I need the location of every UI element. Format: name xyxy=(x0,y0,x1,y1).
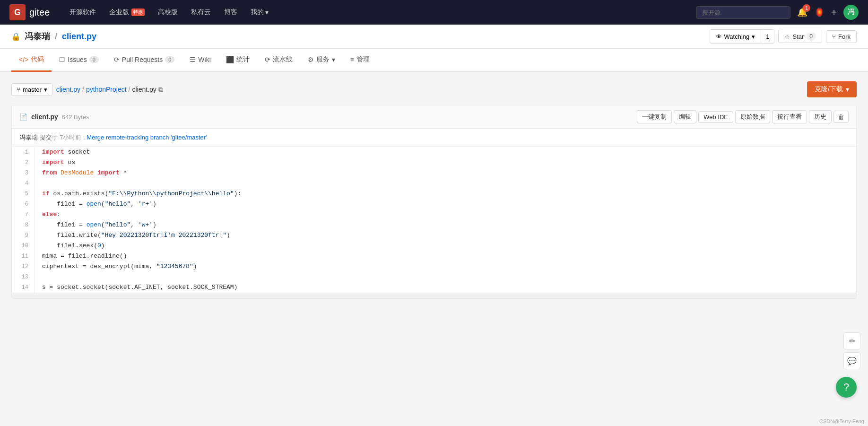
logo-icon: G xyxy=(9,4,26,20)
chevron-down-icon: ▾ xyxy=(265,9,269,16)
tab-manage[interactable]: ≡ 管理 xyxy=(343,49,377,72)
fork-button[interactable]: ⑂ Fork xyxy=(826,30,857,43)
tab-wiki[interactable]: ☰ Wiki xyxy=(182,49,218,71)
file-size: 642 Bytes xyxy=(62,113,89,121)
nav-mine[interactable]: 我的 ▾ xyxy=(250,8,269,17)
tab-stats[interactable]: ⬛ 统计 xyxy=(218,49,257,72)
line-code: file1 = open("hello", 'w+') xyxy=(35,220,164,230)
tab-code-label: 代码 xyxy=(31,55,44,64)
commit-author[interactable]: 冯泰瑞 xyxy=(19,134,38,141)
pr-tab-icon: ⟳ xyxy=(114,56,120,63)
code-line: 12ciphertext = des_encrypt(mima, "123456… xyxy=(12,261,856,272)
tab-issues-label: Issues xyxy=(68,56,87,63)
eye-icon: 👁 xyxy=(716,33,722,40)
search-input[interactable] xyxy=(696,6,790,19)
tab-services[interactable]: ⚙ 服务 ▾ xyxy=(300,49,343,72)
nav-enterprise[interactable]: 企业版 特惠 xyxy=(108,8,146,17)
chevron-down-icon: ▾ xyxy=(752,33,755,40)
code-line: 13 xyxy=(12,272,856,282)
breadcrumb-sep-2: / xyxy=(129,86,130,93)
tab-issues[interactable]: ☐ Issues 0 xyxy=(52,49,106,71)
notification-bell[interactable]: 🔔 1 xyxy=(797,7,807,17)
help-button[interactable]: ? xyxy=(836,377,857,398)
nav-blog[interactable]: 博客 xyxy=(223,8,238,17)
branch-selector[interactable]: ⑂ master ▾ xyxy=(11,83,52,96)
logo-area[interactable]: G gitee xyxy=(9,4,50,20)
logo-text: gitee xyxy=(29,7,50,18)
code-line: 5if os.path.exists("E:\\Python\\pythonPr… xyxy=(12,189,856,199)
nav-university[interactable]: 高校版 xyxy=(157,8,179,17)
breadcrumb-root[interactable]: client.py xyxy=(56,86,80,93)
fork-icon: ⑂ xyxy=(832,33,836,40)
tab-code[interactable]: </> 代码 xyxy=(11,49,52,72)
delete-icon[interactable]: 🗑 xyxy=(833,111,849,123)
issues-badge: 0 xyxy=(89,56,99,63)
notification-count: 1 xyxy=(803,4,810,12)
line-code: else: xyxy=(35,209,68,220)
code-line: 4 xyxy=(12,178,856,189)
branch-chevron-icon: ▾ xyxy=(44,86,47,93)
pr-badge: 0 xyxy=(165,56,174,63)
line-number: 5 xyxy=(12,189,35,199)
history-button[interactable]: 历史 xyxy=(809,110,832,123)
path-bar: ⑂ master ▾ client.py / pythonProject / c… xyxy=(11,81,857,97)
tab-pr-label: Pull Requests xyxy=(122,56,163,63)
commit-message[interactable]: Merge remote-tracking branch 'gitee/mast… xyxy=(87,134,207,141)
line-number: 1 xyxy=(12,147,35,157)
file-box: 📄 client.py 642 Bytes 一键复制 编辑 Web IDE 原始… xyxy=(11,105,857,299)
star-label: Star xyxy=(792,33,804,40)
nav-private-cloud[interactable]: 私有云 xyxy=(190,8,212,17)
line-code: file1.write("Hey 20221320ftr!I'm 2022132… xyxy=(35,230,238,241)
repo-name[interactable]: client.py xyxy=(62,32,96,42)
tab-pipeline[interactable]: ⟳ 流水线 xyxy=(257,49,300,72)
add-icon[interactable]: + xyxy=(831,7,837,18)
line-code: file1 = open("hello", 'r+') xyxy=(35,199,164,209)
pipeline-tab-icon: ⟳ xyxy=(265,56,270,63)
code-line: 1import socket xyxy=(12,147,856,157)
tab-manage-label: 管理 xyxy=(356,55,370,64)
tab-services-label: 服务 xyxy=(316,55,330,64)
nav-right: 🔔 1 🏮 + 冯 xyxy=(696,5,859,20)
file-actions: 一键复制 编辑 Web IDE 原始数据 按行查看 历史 🗑 xyxy=(637,110,849,123)
line-number: 9 xyxy=(12,230,35,241)
line-code: file1.seek(0) xyxy=(35,241,113,251)
line-code: import os xyxy=(35,157,83,168)
services-tab-icon: ⚙ xyxy=(308,56,314,63)
line-code: import socket xyxy=(35,147,97,157)
watch-main[interactable]: 👁 Watching ▾ xyxy=(710,31,761,43)
edit-side-button[interactable]: ✏ xyxy=(843,332,860,349)
fork-label: Fork xyxy=(838,33,851,40)
watch-button[interactable]: 👁 Watching ▾ 1 xyxy=(710,29,775,43)
services-chevron-icon: ▾ xyxy=(332,56,335,63)
copy-one-click-button[interactable]: 一键复制 xyxy=(637,110,672,123)
star-button[interactable]: ☆ Star 0 xyxy=(778,30,822,43)
reward-icon[interactable]: 🏮 xyxy=(814,7,825,17)
clone-download-button[interactable]: 克隆/下载 ▾ xyxy=(807,81,857,97)
repo-owner[interactable]: 冯泰瑞 xyxy=(25,31,50,42)
bottom-scrollbar[interactable] xyxy=(12,293,856,298)
path-left: ⑂ master ▾ client.py / pythonProject / c… xyxy=(11,83,163,96)
tab-pull-requests[interactable]: ⟳ Pull Requests 0 xyxy=(106,49,182,71)
breadcrumb-dir[interactable]: pythonProject xyxy=(86,86,127,93)
line-number: 6 xyxy=(12,199,35,209)
line-number: 4 xyxy=(12,178,35,189)
commit-dot: . xyxy=(83,134,85,141)
avatar[interactable]: 冯 xyxy=(843,5,859,20)
file-type-icon: 📄 xyxy=(19,113,27,121)
watch-label: Watching xyxy=(724,33,750,40)
line-number: 12 xyxy=(12,261,35,272)
line-number: 10 xyxy=(12,241,35,251)
blame-button[interactable]: 按行查看 xyxy=(772,110,807,123)
web-ide-button[interactable]: Web IDE xyxy=(698,111,733,123)
tabs-bar: </> 代码 ☐ Issues 0 ⟳ Pull Requests 0 ☰ Wi… xyxy=(0,49,868,72)
watch-count[interactable]: 1 xyxy=(761,31,774,43)
nav-enterprise-label: 企业版 xyxy=(109,8,129,17)
copy-path-icon[interactable]: ⧉ xyxy=(158,86,163,94)
repo-slash: / xyxy=(55,32,57,42)
comment-side-button[interactable]: 💬 xyxy=(843,352,860,369)
special-badge: 特惠 xyxy=(131,9,145,16)
repo-actions: 👁 Watching ▾ 1 ☆ Star 0 ⑂ Fork xyxy=(710,29,857,43)
raw-button[interactable]: 原始数据 xyxy=(735,110,770,123)
nav-open-source[interactable]: 开源软件 xyxy=(69,8,97,17)
edit-button[interactable]: 编辑 xyxy=(674,110,696,123)
